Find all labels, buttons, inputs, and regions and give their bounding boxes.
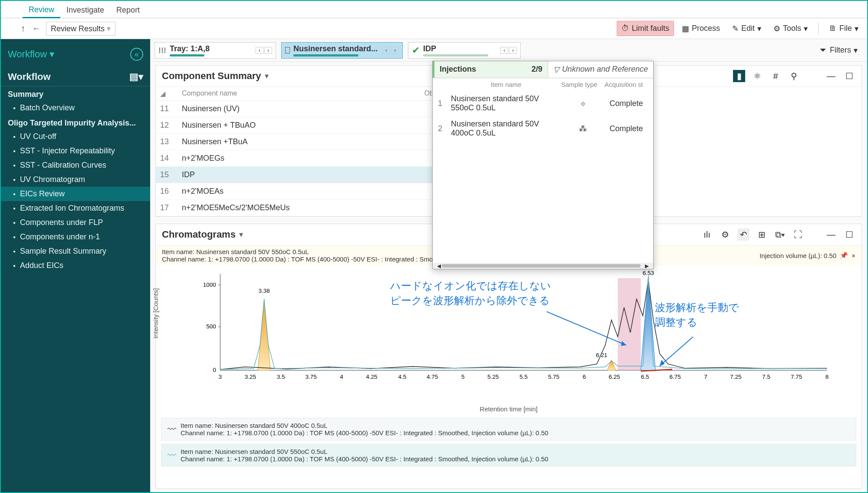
component-row[interactable]: 15IDP <box>156 167 438 183</box>
svg-text:7.25: 7.25 <box>730 374 741 380</box>
sidebar-item-uv-cutoff[interactable]: UV Cut-off <box>1 129 150 144</box>
trace-icon: 〰 <box>168 450 176 460</box>
tab-review[interactable]: Review <box>23 3 60 18</box>
trace-icon: 〰 <box>168 424 176 434</box>
chevron-right-icon[interactable]: › <box>264 47 272 54</box>
gauge-icon: ⏱ <box>621 24 629 33</box>
chevron-right-icon[interactable]: › <box>391 47 399 54</box>
check-circle-icon: ✔ <box>412 45 420 56</box>
minimize-icon[interactable]: — <box>825 70 837 82</box>
hash-icon[interactable]: # <box>769 70 782 82</box>
injections-dropdown: Injections2/9 ▽ Unknown and Reference It… <box>432 61 654 269</box>
filters-button[interactable]: ⏷ Filters▾ <box>814 43 863 58</box>
svg-rect-28 <box>618 278 641 370</box>
vial-icon: ⎕ <box>285 46 290 55</box>
sidebar-item-sample-result[interactable]: Sample Result Summary <box>1 244 150 258</box>
component-row[interactable]: 17n+2'MOE5MeCs/2'MOE5MeUs <box>156 200 438 216</box>
svg-text:6: 6 <box>583 374 586 380</box>
chevron-left-icon[interactable]: ‹ <box>256 47 263 54</box>
component-row[interactable]: 14n+2'MOEGs <box>156 150 438 167</box>
svg-text:7: 7 <box>704 374 707 380</box>
svg-text:5.25: 5.25 <box>487 374 499 380</box>
legend-row-2[interactable]: 〰 Item name: Nusinersen standard 50V 550… <box>161 444 856 467</box>
component-summary-title: Component Summary <box>162 70 261 82</box>
svg-marker-36 <box>660 360 665 366</box>
grid-icon: ▦ <box>682 24 689 33</box>
dropdown-hscroll[interactable]: ◂▸ <box>433 263 653 269</box>
process-button[interactable]: ▦Process <box>677 21 724 36</box>
svg-text:3.75: 3.75 <box>305 374 316 380</box>
breadcrumb[interactable]: Review Results ▾ <box>46 22 115 36</box>
panel-icon[interactable]: ▤▾ <box>129 71 143 83</box>
svg-text:3.5: 3.5 <box>277 374 285 380</box>
close-icon[interactable]: × <box>852 252 855 259</box>
maximize-icon[interactable]: ☐ <box>843 228 855 241</box>
svg-text:6.25: 6.25 <box>609 374 620 380</box>
chip-row: ⁞⁞⁞ Tray: 1:A,8 ‹› ⎕ Nusinersen standard… <box>150 39 867 62</box>
svg-text:3.25: 3.25 <box>245 374 256 380</box>
sidebar-item-extracted-ion[interactable]: Extracted Ion Chromatograms <box>1 201 150 215</box>
sidebar-item-eics-review[interactable]: EICs Review <box>1 187 150 201</box>
sidebar-item-adduct-eics[interactable]: Adduct EICs <box>1 258 150 273</box>
tab-investigate[interactable]: Investigate <box>60 3 110 17</box>
sidebar-item-sst-calib[interactable]: SST - Calibration Curves <box>1 158 150 172</box>
chromatogram-chart[interactable]: Intensity [Counts] 0 500 1000 33.253.53.… <box>156 265 861 404</box>
sidebar-item-n1[interactable]: Components under n-1 <box>1 230 150 244</box>
sidebar-item-sst-injector[interactable]: SST - Injector Repeatability <box>1 144 150 158</box>
sidebar-title: Workflow ▾ <box>8 49 54 60</box>
annotation-exclude: ハードなイオン化では存在しない ピークを波形解析から除外できる <box>390 278 551 308</box>
component-row[interactable]: 12Nusinersen + TBuAO <box>156 117 438 134</box>
sidebar: Workflow ▾ « Workflow ▤▾ Summary Batch O… <box>1 39 150 492</box>
tab-report[interactable]: Report <box>110 3 146 17</box>
peaks-icon[interactable]: ılı <box>701 228 713 241</box>
collapse-icon[interactable]: « <box>130 48 143 61</box>
tools-button[interactable]: ⚙Tools▾ <box>769 21 812 36</box>
limit-faults-button[interactable]: ⏱Limit faults <box>617 21 674 36</box>
dropdown-filter[interactable]: ▽ Unknown and Reference <box>548 61 653 78</box>
minimize-icon[interactable]: — <box>825 228 837 241</box>
chevron-right-icon[interactable]: › <box>509 47 517 54</box>
share-icon[interactable]: ⚛ <box>751 70 763 82</box>
vial-tool-icon[interactable]: ▮ <box>733 70 745 82</box>
dropdown-icon[interactable]: ▾ <box>239 230 243 239</box>
svg-text:8: 8 <box>825 374 829 380</box>
sort-icon[interactable]: ◢ <box>160 89 182 98</box>
grid-icon[interactable]: ⊞ <box>756 228 768 241</box>
sidebar-item-flp[interactable]: Components under FLP <box>1 215 150 230</box>
svg-text:5.5: 5.5 <box>519 374 528 380</box>
svg-text:7.5: 7.5 <box>762 374 770 380</box>
dropdown-icon[interactable]: ▾ <box>265 71 269 81</box>
svg-line-33 <box>547 311 626 345</box>
expand-icon[interactable]: ⛶ <box>792 228 804 241</box>
chevron-left-icon[interactable]: ‹ <box>382 47 390 54</box>
chip-nusinersen[interactable]: ⎕ Nusinersen standard... ‹› <box>281 42 403 59</box>
injection-row[interactable]: 1 Nusinersen standard 50V 550oC 0.5uL ⟐ … <box>433 91 653 116</box>
legend-row-1[interactable]: 〰 Item name: Nusinersen standard 50V 400… <box>161 418 856 440</box>
component-row[interactable]: 16n+2'MOEAs <box>156 183 438 200</box>
gear-icon[interactable]: ⚙ <box>719 228 731 241</box>
sidebar-item-uv-chrom[interactable]: UV Chromatogram <box>1 172 150 187</box>
edit-button[interactable]: ✎Edit▾ <box>728 21 766 36</box>
gear-icon: ⚙ <box>773 24 780 33</box>
up-arrow-icon[interactable]: ↑ <box>19 23 27 33</box>
injection-row[interactable]: 2 Nusinersen standard 50V 400oC 0.5uL ⁂ … <box>433 116 653 141</box>
overlay-icon[interactable]: ⧉▾ <box>774 228 786 241</box>
undo-icon[interactable]: ↶ <box>737 228 750 241</box>
sidebar-group-oligo: Oligo Targeted Impurity Analysis... <box>1 115 150 129</box>
file-button[interactable]: 🗎File▾ <box>825 21 863 36</box>
sidebar-group-summary: Summary <box>1 86 150 101</box>
chip-idp[interactable]: ✔ IDP ‹› <box>408 42 521 59</box>
component-row[interactable]: 11Nusinersen (UV) <box>156 101 438 117</box>
person-settings-icon[interactable]: ⚲ <box>788 70 800 82</box>
chevron-left-icon[interactable]: ‹ <box>500 47 508 54</box>
chip-tray[interactable]: ⁞⁞⁞ Tray: 1:A,8 ‹› <box>155 42 276 59</box>
component-row[interactable]: 13Nusinersen +TBuA <box>156 134 438 150</box>
back-arrow-icon[interactable]: ← <box>30 23 43 33</box>
maximize-icon[interactable]: ☐ <box>843 70 855 82</box>
injections-header: Injections2/9 <box>433 61 548 78</box>
tray-icon: ⁞⁞⁞ <box>158 46 166 55</box>
chromatograms-title: Chromatograms <box>162 229 236 240</box>
sidebar-item-batch-overview[interactable]: Batch Overview <box>1 101 150 115</box>
pin-icon[interactable]: 📌 <box>840 251 848 259</box>
peak-label: 3.38 <box>258 288 270 294</box>
